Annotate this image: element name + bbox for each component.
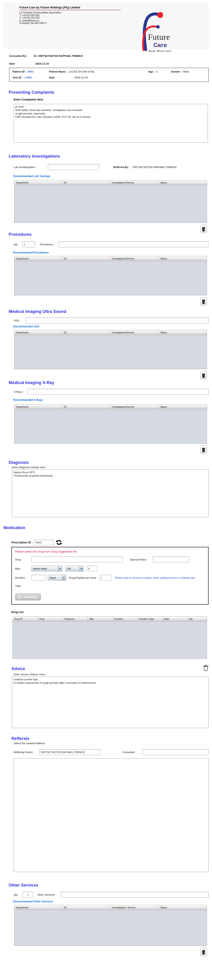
- other-services-input[interactable]: [61, 892, 209, 898]
- lab-table-body[interactable]: [14, 185, 207, 223]
- frequency-dropdown[interactable]: OD: [66, 566, 84, 571]
- drug-list-label: Drug List: [11, 611, 212, 614]
- xray-table-header: Department ID Investigation/Service Stat…: [14, 404, 207, 409]
- refferal-field-row: Reffering Doctor Consultant: [14, 749, 209, 755]
- refferal-sublabel: Select the needed Refferal: [14, 742, 212, 745]
- lab-table-header: Department ID Investigation/Service Stat…: [14, 180, 207, 185]
- drug-list-table-body[interactable]: [13, 621, 207, 659]
- section-heading-medical-imaging-x-ray: Medical Imaging X-Ray: [9, 380, 212, 385]
- fraction-note: Please add as decimal numbers when addin…: [115, 576, 206, 579]
- lab-investigation-input[interactable]: [48, 164, 99, 170]
- add-drug-button[interactable]: + Add Drug: [15, 593, 41, 600]
- special-notes-input[interactable]: [153, 557, 189, 562]
- uss-input[interactable]: [26, 318, 209, 323]
- procedures-delete-button[interactable]: [200, 297, 207, 305]
- duration-input[interactable]: [32, 575, 46, 581]
- advice-label: Enter Doctor's Advice Here: [14, 673, 212, 676]
- complaints-label: Enter Complaints Here: [14, 98, 212, 101]
- recommended-other-services-link[interactable]: Recommended Other Services: [13, 900, 212, 903]
- column-header: Duration Type: [138, 617, 162, 621]
- add-drug-label: Add Drug: [23, 595, 37, 599]
- duration-type-value: Day/s: [48, 576, 61, 579]
- consultant-label: Consultant: [122, 751, 142, 754]
- other-services-table-body[interactable]: [14, 910, 207, 946]
- lab-delete-button[interactable]: [200, 225, 207, 233]
- age-label: Age :: [148, 70, 155, 73]
- column-header: Department: [14, 404, 63, 409]
- section-heading-medical-imaging-ultra-sound: Medical Imaging Ultra Sound: [9, 309, 212, 314]
- section-heading-procedures: Procedures: [9, 232, 212, 237]
- uss-table-body[interactable]: [14, 335, 207, 369]
- procedures-qty-input[interactable]: [22, 242, 35, 247]
- trash-outline-icon: [203, 665, 209, 671]
- recommended-procedures-link[interactable]: Recommended Procedures: [13, 251, 212, 254]
- procedures-input[interactable]: [59, 242, 209, 247]
- column-header: Department: [14, 330, 63, 335]
- refresh-icon: [56, 539, 62, 546]
- duration-type-dropdown[interactable]: Day/s: [48, 575, 66, 581]
- other-services-qty-label: Qty :: [14, 893, 22, 896]
- company-address: Le Chainter,Victoria,Mahe,Seychelles: [19, 11, 121, 14]
- column-header: ID: [63, 180, 111, 185]
- column-header: Investigation/Service: [111, 404, 159, 409]
- column-header: Fequency: [63, 617, 88, 621]
- drug-input[interactable]: [32, 557, 123, 562]
- future-care-logo: Future Care ♥ Body Mind Soul: [140, 9, 174, 52]
- other-services-qty-input[interactable]: [22, 892, 33, 898]
- drug-suggestion-warning: Please select the Drug from Drug suggess…: [15, 550, 206, 553]
- trash-icon: [201, 949, 206, 955]
- prescription-id-input[interactable]: [34, 540, 53, 545]
- column-header: Note: [162, 617, 187, 621]
- refferal-list-box[interactable]: [14, 758, 209, 872]
- xray-table-body[interactable]: [14, 409, 207, 443]
- trash-icon: [201, 447, 206, 452]
- procedures-table: Department ID Investigation/Service Stat…: [14, 256, 207, 295]
- column-header: ID: [63, 404, 111, 409]
- patient-info-bar: Patient ID : 8992 Patient Name : LUCAS D…: [9, 68, 209, 82]
- reffering-doctor-input[interactable]: [39, 749, 100, 755]
- way-dropdown[interactable]: Before Meal: [32, 566, 62, 571]
- advice-section: Advice Enter Doctor's Advice Here contin…: [0, 667, 212, 728]
- total-label: Total :: [15, 585, 32, 587]
- advice-textarea[interactable]: continue current mgt to restart coamoxic…: [12, 677, 209, 728]
- xray-input[interactable]: [27, 389, 209, 395]
- duration-row: Duration : Day/s Drugs/Tablets per meal …: [15, 575, 206, 581]
- column-header: Drug: [38, 617, 63, 621]
- diagnosis-textarea[interactable]: Sepsis focus LRTI, ?Community acquired p…: [12, 469, 209, 517]
- complaints-textarea[interactable]: pt seen feels better, fever has resolved…: [14, 104, 208, 143]
- recommended-xrays-link[interactable]: Recommended X-Rays: [13, 398, 212, 402]
- xray-delete-button[interactable]: [200, 445, 207, 454]
- trash-icon: [201, 373, 206, 378]
- per-meal-input[interactable]: [99, 575, 112, 581]
- drug-row: Drug : Special Notes :: [15, 557, 206, 562]
- consulted-by-value: Dr. ORITSETSETOS RAPHAEL PINNICK: [34, 54, 83, 57]
- duration-label: Duration :: [15, 576, 32, 579]
- drug-entry-panel: Please select the Drug from Drug suggess…: [11, 547, 209, 605]
- trash-icon: [201, 226, 206, 232]
- recommended-lab-testings-link[interactable]: Recommended Lab Testings: [13, 175, 212, 178]
- column-header: Status: [159, 905, 207, 910]
- consultant-input[interactable]: [142, 749, 209, 755]
- chevron-down-icon: [58, 566, 62, 571]
- refresh-prescription-button[interactable]: [56, 539, 62, 546]
- column-header: Status: [159, 330, 207, 335]
- uss-delete-button[interactable]: [200, 371, 207, 380]
- way-label: Way :: [15, 567, 32, 570]
- per-meal-label: Drugs/Tablets per meal :: [69, 576, 97, 579]
- drug-delete-button[interactable]: [203, 665, 209, 672]
- gender-value: Male: [183, 70, 189, 73]
- reffered-by-value: ORITSETSETOS RAPHAEL PINNICK: [132, 166, 177, 169]
- procedures-qty-label: Qty :: [14, 243, 22, 246]
- company-number: Company No.8417652-2: [19, 22, 121, 25]
- drug-list-table: Drug ID Drug Fequency Way Duration Durat…: [13, 616, 207, 659]
- way-qty-input[interactable]: [87, 566, 97, 571]
- procedures-table-body[interactable]: [14, 261, 207, 295]
- column-header: Investigation / Service: [111, 905, 159, 910]
- column-header: Qty: [187, 617, 207, 621]
- other-services-delete-button[interactable]: [200, 948, 207, 956]
- recommended-uss-link[interactable]: Recommended USS: [13, 325, 212, 328]
- section-heading-advice: Advice: [11, 667, 212, 671]
- lab-investigation-label: Lab Investingation :: [14, 166, 48, 169]
- column-header: Investigation/Service: [111, 180, 159, 185]
- patient-name-value: LUCAS DYLAN VITAL: [69, 70, 95, 73]
